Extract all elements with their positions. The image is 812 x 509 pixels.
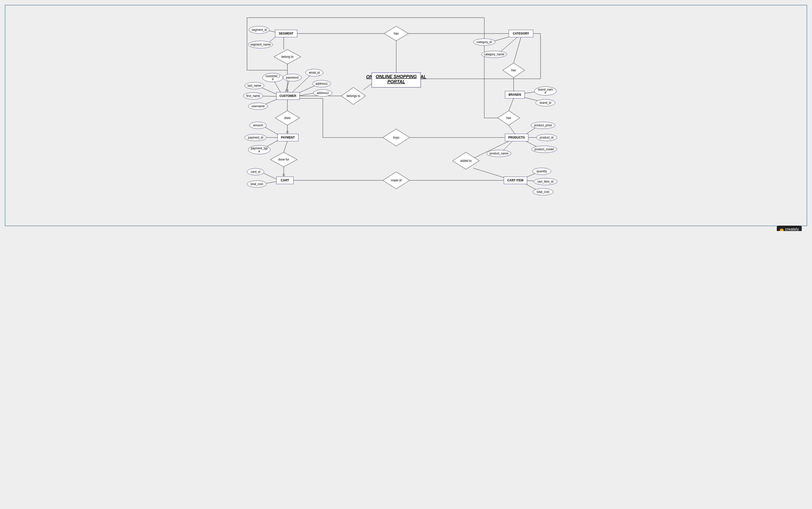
attr-brand-id-label: brand_id <box>540 101 551 104</box>
svg-line-23 <box>509 98 514 111</box>
svg-line-50 <box>473 168 505 178</box>
attr-card-id-label: card_id <box>251 170 260 173</box>
attr-username-label: username <box>251 104 265 108</box>
attr-product-name-label: product_name <box>490 152 509 155</box>
svg-line-52 <box>363 84 372 90</box>
attr-product-price-label: product_price <box>534 124 552 127</box>
rel-does-label: does <box>284 116 291 120</box>
attr-segment-id-label: segment_id <box>252 28 267 32</box>
attr-payment-type-l2: e <box>259 149 260 153</box>
entity-brands-label: BRANDS <box>509 93 521 96</box>
bulb-icon <box>780 229 784 231</box>
attr-firstname-label: first_name <box>246 94 260 98</box>
entity-cartitem-label: CART ITEM <box>507 179 523 182</box>
attr-brand-name-l2: e <box>545 91 546 94</box>
attr-password-label: password <box>286 76 298 79</box>
attr-payment-id-label: payment_id <box>248 136 263 139</box>
rel-has-brand-prod-label: has <box>506 116 511 120</box>
entity-category-label: CATEGORY <box>513 32 529 35</box>
er-diagram: ONLINE SHOPPING PORTAL ONLINE SHOPPING P… <box>5 5 807 226</box>
attr-quantity-label: quantity <box>537 170 547 173</box>
attr-category-name-label: category_name <box>484 53 504 56</box>
entity-cart-label: CART <box>281 179 289 182</box>
entity-payment-label: PAYMENT <box>281 136 295 139</box>
portal-line1: ONLINE SHOPPING <box>376 74 417 79</box>
svg-line-18 <box>499 37 517 53</box>
attr-address1-label: address1 <box>316 82 328 86</box>
attr-segment-name-label: segment_name <box>251 43 271 46</box>
attr-cartitem-id-label: cart_item_id <box>537 180 553 183</box>
attr-address2-label: address2 <box>317 91 329 95</box>
entity-customer-label: CUSTOMER <box>280 94 296 98</box>
attr-product-model-label: product_model <box>534 147 554 151</box>
attr-customer-id-l2: d <box>272 77 274 81</box>
diagram-frame: ONLINE SHOPPING PORTAL ONLINE SHOPPING P… <box>5 5 807 226</box>
attr-cartitem-total-label: total_cost <box>537 190 549 194</box>
attr-product-id-label: product_id <box>540 136 553 139</box>
creately-logo: creately Diagramming <box>777 226 802 231</box>
rel-belongs-to-label: belongs to <box>346 94 360 98</box>
rel-made-of-label: made of <box>391 179 402 182</box>
entity-segment-label: SEGMENT <box>279 32 294 35</box>
rel-buys-label: buys <box>393 136 399 139</box>
attr-email-label: email_id <box>309 71 320 74</box>
attr-cart-total-label: total_cost <box>251 182 263 186</box>
svg-line-24 <box>509 125 515 134</box>
svg-line-19 <box>514 37 521 63</box>
attr-lastname-label: last_name <box>248 84 261 88</box>
rel-added-to-label: added to <box>460 159 472 163</box>
attr-amount-label: amount <box>253 124 263 127</box>
svg-line-38 <box>284 141 287 152</box>
portal-line2: PORTAL <box>387 79 405 84</box>
rel-belong-to-label: belong to <box>281 55 294 59</box>
rel-done-for-label: done for <box>278 158 289 161</box>
rel-has-cat-brand-label: has <box>511 69 516 72</box>
attr-category-id-label: category_id <box>477 40 492 44</box>
rel-has-top-label: has <box>394 32 398 35</box>
entity-products-label: PRODUCTS <box>508 136 525 139</box>
logo-brand: creately <box>785 227 799 231</box>
